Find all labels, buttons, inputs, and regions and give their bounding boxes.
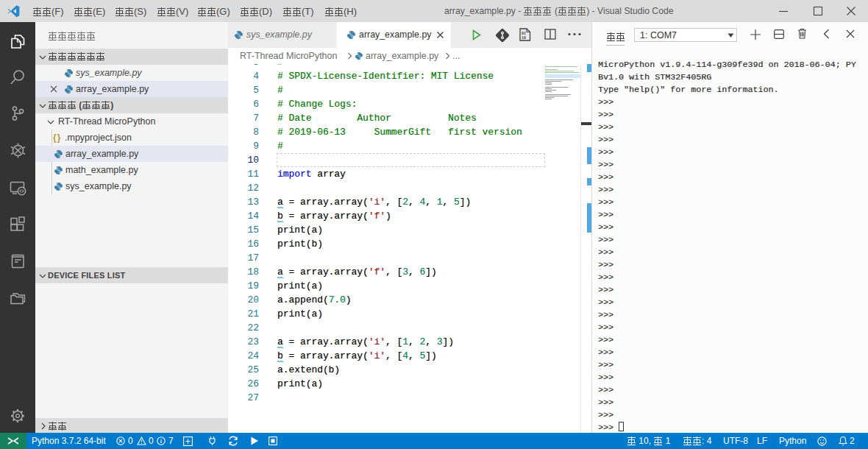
svg-text:10: 10 (522, 36, 526, 40)
